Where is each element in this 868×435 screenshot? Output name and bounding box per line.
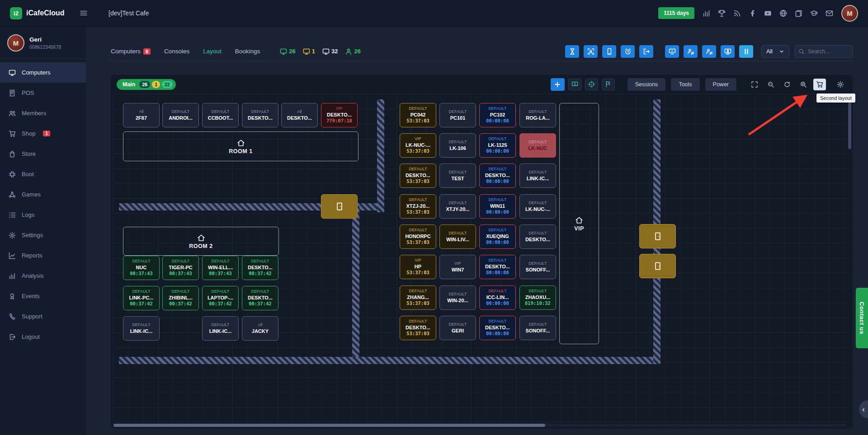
broadcast-button[interactable] (665, 45, 679, 58)
sidebar-item-boot[interactable]: Boot (0, 164, 86, 184)
pc-tile[interactable]: VIPDESKTO...779:07:18 (321, 103, 358, 127)
sidebar-item-events[interactable]: Events (0, 286, 86, 306)
mobile-app-button[interactable] (602, 45, 616, 58)
add-layout-button[interactable] (551, 78, 565, 91)
transfer-member-button[interactable] (684, 45, 698, 58)
pc-tile[interactable]: DEFAULTWIN-ELL...00:37:43 (202, 256, 239, 280)
stats-icon[interactable] (703, 9, 710, 17)
mail-icon[interactable] (826, 9, 833, 17)
tools-button[interactable]: Tools (671, 78, 699, 91)
room-area-vip[interactable]: VIP (559, 103, 599, 344)
sidebar-item-computers[interactable]: Computers (0, 62, 86, 83)
second-layout-button[interactable] (813, 79, 826, 90)
pc-tile[interactable]: All2F87 (123, 103, 160, 127)
pc-tile[interactable]: DEFAULTDESKTO...00:37:42 (242, 256, 278, 280)
days-badge[interactable]: 1115 days (658, 7, 694, 19)
fullscreen-button[interactable] (748, 79, 761, 90)
pc-tile[interactable]: DEFAULTDESKTO...00:00:00 (479, 164, 516, 188)
contact-us-button[interactable]: Contact us (856, 288, 868, 348)
door-tile[interactable] (321, 194, 358, 219)
pc-tile[interactable]: DEFAULTSONOFF... (519, 255, 556, 279)
room-area-room-1[interactable]: ROOM 1 (123, 131, 359, 161)
pc-tile[interactable]: DEFAULTCCBOOT... (202, 103, 239, 127)
menu-toggle-icon[interactable] (78, 7, 90, 19)
pc-tile[interactable]: DEFAULTTEST (439, 164, 476, 188)
reset-view-button[interactable] (781, 79, 793, 90)
sidebar-item-support[interactable]: Support (0, 306, 86, 327)
tab-bookings[interactable]: Bookings (235, 48, 260, 55)
user-avatar[interactable]: M (841, 5, 858, 22)
horizontal-scrollbar[interactable] (113, 424, 545, 427)
pc-tile[interactable]: DEFAULTANDROI... (162, 103, 199, 127)
sessions-button[interactable]: Sessions (627, 78, 666, 91)
pc-tile[interactable]: DEFAULTXUEQING00:00:00 (479, 225, 516, 249)
pc-tile[interactable]: DEFAULTZHIBINL...00:37:42 (162, 286, 199, 310)
pc-tile[interactable]: DEFAULTICC-LIN...00:00:00 (479, 285, 516, 310)
pc-tile[interactable]: DEFAULTNUC00:37:43 (123, 256, 160, 280)
sidebar-item-members[interactable]: Members (0, 103, 86, 123)
sidebar-item-logout[interactable]: Logout (0, 327, 86, 347)
sidebar-item-pos[interactable]: POS (0, 83, 86, 103)
youtube-icon[interactable] (764, 9, 772, 17)
pc-tile[interactable]: DEFAULTSONOFF... (519, 316, 556, 340)
door-tile[interactable] (639, 224, 676, 248)
app-logo[interactable]: i2 iCafeCloud (10, 7, 73, 19)
alarm-button[interactable] (621, 45, 635, 58)
pc-tile[interactable]: DEFAULTLK-NUC-... (519, 194, 556, 219)
pc-tile[interactable]: DEFAULTXTJY-20... (439, 194, 476, 219)
pc-tile[interactable]: DEFAULTDESKTO... (242, 103, 278, 127)
pc-tile[interactable]: DEFAULTDESKTO... (519, 225, 556, 249)
trophy-icon[interactable] (718, 9, 726, 17)
pc-tile[interactable]: AllJACKY (242, 316, 278, 341)
zoom-out-button[interactable] (764, 79, 777, 90)
layout-settings-button[interactable] (834, 79, 847, 90)
pages-icon[interactable] (795, 9, 802, 17)
pc-tile[interactable]: DEFAULTLAPTOP-...00:37:42 (202, 286, 239, 310)
transfer-session-button[interactable] (702, 45, 716, 58)
pc-tile[interactable]: AllDESKTO... (281, 103, 318, 127)
member-scan-button[interactable] (584, 45, 598, 58)
pc-tile[interactable]: DEFAULTZHANG...53:37:03 (400, 285, 436, 310)
vertical-scrollbar[interactable] (848, 97, 851, 149)
flag-button[interactable] (602, 79, 615, 90)
checkout-export-button[interactable] (639, 45, 653, 58)
pc-tile[interactable]: DEFAULTDESKTO...53:37:03 (400, 164, 436, 188)
sidebar-item-settings[interactable]: Settings (0, 225, 86, 245)
pause-button[interactable] (739, 45, 753, 58)
layout-selector-main[interactable]: Main 26122 (117, 79, 176, 90)
floorplan-canvas[interactable]: ROOM 1ROOM 2VIPAll2F87DEFAULTANDROI...DE… (113, 94, 850, 427)
power-button[interactable]: Power (705, 78, 736, 91)
pc-tile[interactable]: DEFAULTPC101 (439, 103, 476, 127)
sidebar-item-analysis[interactable]: Analysis (0, 266, 86, 286)
globe-icon[interactable] (779, 9, 787, 17)
pc-tile[interactable]: DEFAULTDESKTO...53:37:03 (400, 316, 436, 340)
pc-tile[interactable]: DEFAULTXTZJ-20...53:37:03 (400, 194, 436, 219)
door-tile[interactable] (639, 254, 676, 278)
pc-tile[interactable]: DEFAULTPC04253:37:03 (400, 103, 436, 127)
pc-tile[interactable]: DEFAULTLINK-IC... (519, 164, 556, 188)
pc-tile[interactable]: DEFAULTWIN-20... (439, 285, 476, 310)
pc-tile[interactable]: DEFAULTTIGER-PC00:37:43 (162, 256, 199, 280)
pc-tile[interactable]: DEFAULTZHAOXU...819:10:32 (519, 285, 556, 310)
sidebar-item-games[interactable]: Games (0, 184, 86, 205)
pc-tile[interactable]: DEFAULTLK-NUC (519, 133, 556, 158)
pc-tile[interactable]: DEFAULTHONORPC53:37:03 (400, 225, 436, 249)
pc-tile[interactable]: DEFAULTGERI (439, 316, 476, 340)
facebook-icon[interactable] (749, 9, 756, 17)
sidebar-item-reports[interactable]: Reports (0, 245, 86, 266)
pc-tile[interactable]: VIPWIN7 (439, 255, 476, 279)
tab-computers[interactable]: Computers8 (111, 48, 151, 55)
pc-tile[interactable]: DEFAULTWIN1100:00:00 (479, 194, 516, 219)
pc-tile[interactable]: DEFAULTDESKTO...00:00:00 (479, 316, 516, 340)
zoom-in-button[interactable] (797, 79, 810, 90)
room-area-room-2[interactable]: ROOM 2 (123, 227, 279, 256)
pc-tile[interactable]: DEFAULTDESKTO...00:00:00 (479, 255, 516, 279)
pc-tile[interactable]: DEFAULTLINK-IC... (202, 316, 239, 341)
rss-icon[interactable] (733, 9, 741, 17)
pc-tile[interactable]: VIPHP53:37:03 (400, 255, 436, 279)
tab-layout[interactable]: Layout (203, 48, 222, 55)
pc-tile[interactable]: DEFAULTPC10200:00:00 (479, 103, 516, 127)
sidebar-item-logs[interactable]: Logs (0, 205, 86, 225)
sidebar-item-shop[interactable]: Shop1 (0, 123, 86, 144)
tab-consoles[interactable]: Consoles (164, 48, 189, 55)
